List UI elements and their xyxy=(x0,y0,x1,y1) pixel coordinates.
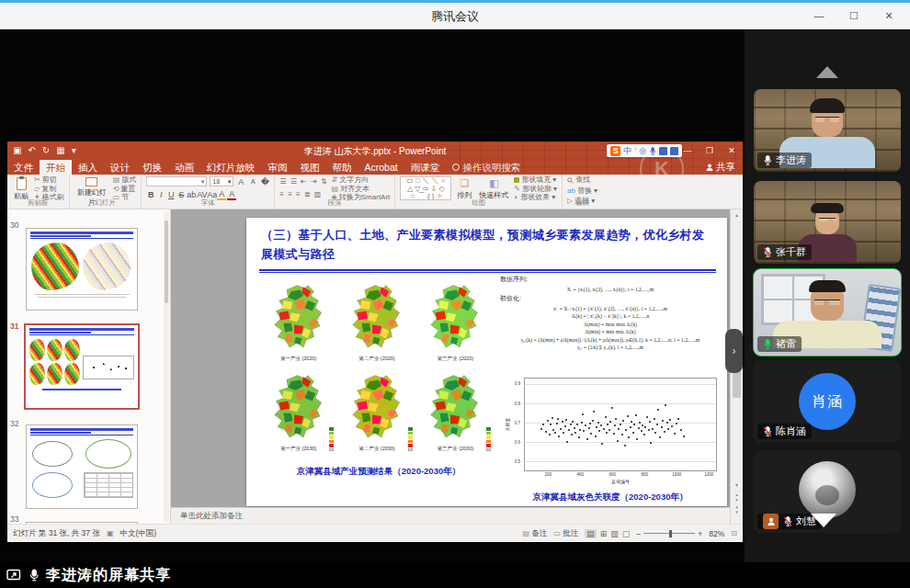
tab-help[interactable]: 帮助 xyxy=(326,160,358,175)
ppt-close-icon[interactable]: ✕ xyxy=(721,141,743,159)
align-text-button[interactable]: ▤对齐文本 xyxy=(332,186,391,194)
group-drawing: ▭ □ ＼ ＼ ○△ ▽ ⇨ ⇩ ◇☆ ⌒ { } ✧ ❏排列 ◧快速样式 形状… xyxy=(395,175,563,209)
ppt-share-button[interactable]: 共享 xyxy=(706,160,735,175)
undo-icon[interactable]: ↶ xyxy=(28,144,35,157)
ime-punct-icon[interactable]: ’ xyxy=(634,146,636,155)
layout-button[interactable]: ▤版式 xyxy=(113,176,137,185)
slideshow-icon[interactable]: ▦ xyxy=(56,144,64,157)
scroll-up-icon[interactable]: ▴ xyxy=(731,209,743,218)
previous-slide-button[interactable]: ▴▴ xyxy=(731,492,743,502)
find-button[interactable]: 查找 xyxy=(567,176,597,185)
shapes-gallery[interactable]: ▭ □ ＼ ＼ ○△ ▽ ⇨ ⇩ ◇☆ ⌒ { } ✧ xyxy=(400,176,451,200)
current-slide-canvas[interactable]: （三）基于人口、土地、产业要素模拟模型，预测城乡要素发展趋势，优化乡村发展模式与… xyxy=(246,218,727,506)
avatar xyxy=(799,461,856,518)
font-name-select[interactable]: ▾ xyxy=(146,176,207,187)
quick-access-toolbar[interactable]: ▣ ↶ ↻ ▦ ▾ xyxy=(13,144,76,157)
zoom-level[interactable]: 82% xyxy=(709,529,724,538)
qat-chevron-icon[interactable]: ▾ xyxy=(72,144,76,157)
close-icon[interactable]: ✕ xyxy=(873,6,904,26)
tab-review[interactable]: 审阅 xyxy=(262,160,294,175)
panel-collapse-handle[interactable]: › xyxy=(725,329,743,373)
zoom-slider[interactable] xyxy=(643,533,695,534)
next-slide-button[interactable]: ▾▾ xyxy=(731,505,743,514)
comments-toggle[interactable]: ▭ 批注 xyxy=(553,528,578,539)
scatter-point xyxy=(589,423,591,424)
grow-font-icon[interactable]: A xyxy=(236,177,245,187)
align-text-icon: ▤ xyxy=(332,186,339,194)
thumbnail-slide-30[interactable] xyxy=(26,228,138,311)
language-indicator[interactable]: 中文(中国) xyxy=(120,528,157,539)
tab-transitions[interactable]: 切换 xyxy=(136,160,168,175)
scatter-point xyxy=(615,418,617,420)
shape-outline-button[interactable]: ✎形状轮廓 ▾ xyxy=(514,186,557,194)
notes-pane[interactable]: 单击此处添加备注 xyxy=(171,507,730,524)
fit-to-window-icon[interactable]: ⊡ xyxy=(731,529,737,537)
ime-keyboard-icon[interactable] xyxy=(659,147,667,155)
scatter-gridline xyxy=(525,461,716,462)
slide-sorter-view-icon[interactable]: ⊞ xyxy=(600,529,608,538)
video-tile-chenxiaohan[interactable]: 肖涵 陈肖涵 xyxy=(754,360,901,443)
scatter-point xyxy=(605,416,607,418)
ime-mic-icon[interactable] xyxy=(649,146,656,156)
scroll-down-icon[interactable]: ▾ xyxy=(731,481,743,488)
ime-toolbar[interactable]: S 中 ’ ◎ xyxy=(607,144,682,157)
minimize-icon[interactable]: — xyxy=(803,6,835,26)
arrange-button[interactable]: ❏排列 xyxy=(455,176,473,201)
zoom-in-icon[interactable]: + xyxy=(698,529,702,538)
scroll-up-arrow-icon[interactable] xyxy=(816,66,838,78)
scroll-down-arrow-icon[interactable] xyxy=(811,514,836,527)
redo-icon[interactable]: ↻ xyxy=(42,144,50,157)
video-tile-chulei[interactable]: 褚雷 xyxy=(754,269,901,356)
cut-button[interactable]: ✂剪切 xyxy=(34,176,64,185)
shrink-font-icon[interactable]: A xyxy=(248,178,257,185)
replace-button[interactable]: ab替换 ▾ xyxy=(567,187,597,196)
tab-insert[interactable]: 插入 xyxy=(72,160,104,175)
tab-file[interactable]: 文件 xyxy=(7,160,40,175)
tab-design[interactable]: 设计 xyxy=(104,160,136,175)
thumbnails-scrollbar[interactable] xyxy=(164,211,169,522)
formula-line: Xᵢ = {xᵢ(1), xᵢ(2), …, xᵢ(n)}, i = 1,2,…… xyxy=(500,287,721,292)
notes-toggle[interactable]: ▤ 备注 xyxy=(522,528,547,539)
scatter-point xyxy=(659,436,661,438)
sogou-icon[interactable]: S xyxy=(610,146,620,156)
slideshow-view-icon[interactable]: ▢ xyxy=(622,529,631,538)
slide-counter: 幻灯片 第 31 张, 共 37 张 xyxy=(13,528,100,539)
ppt-restore-icon[interactable]: ❐ xyxy=(699,141,721,159)
tab-view[interactable]: 视图 xyxy=(294,160,326,175)
thumbnail-number: 30 xyxy=(10,220,18,230)
replace-icon: ab xyxy=(567,187,575,196)
clear-format-icon[interactable]: � xyxy=(260,177,269,187)
scatter-point xyxy=(683,435,685,437)
ppt-minimize-icon[interactable]: — xyxy=(677,141,699,159)
normal-view-icon[interactable]: ▤ xyxy=(585,529,597,538)
tab-slideshow[interactable]: 幻灯片放映 xyxy=(200,160,262,175)
scatter-point xyxy=(560,428,562,430)
reset-button[interactable]: ⟲重置 xyxy=(113,186,137,194)
zoom-out-icon[interactable]: − xyxy=(636,529,641,538)
copy-button[interactable]: ▱复制 xyxy=(34,186,64,194)
status-bar: 幻灯片 第 31 张, 共 37 张 ▣ 中文(中国) ▤ 备注 ▭ 批注 ▤ … xyxy=(7,524,743,542)
reading-view-icon[interactable]: ▥ xyxy=(610,529,619,538)
save-icon[interactable]: ▣ xyxy=(13,144,21,157)
tab-animations[interactable]: 动画 xyxy=(168,160,200,175)
scatter-point xyxy=(611,407,613,409)
maximize-icon[interactable]: ☐ xyxy=(838,6,870,26)
scatter-point xyxy=(590,433,592,435)
thumbnail-slide-31[interactable] xyxy=(24,323,140,410)
tab-acrobat[interactable]: Acrobat xyxy=(358,160,404,175)
video-tile-lijintao[interactable]: 李进涛 xyxy=(754,89,901,172)
scatter-point xyxy=(657,409,659,411)
font-size-select[interactable]: 18▾ xyxy=(210,176,233,187)
tab-home[interactable]: 开始 xyxy=(40,160,72,175)
list-buttons[interactable]: ☰ ☰ ⇤ ⇥ ⇅ xyxy=(279,176,327,187)
video-tile-zhangqianqun[interactable]: 张千群 xyxy=(754,181,901,264)
quick-styles-button[interactable]: ◧快速样式 xyxy=(477,176,510,201)
copy-icon: ▱ xyxy=(34,186,40,194)
shape-fill-button[interactable]: 形状填充 ▾ xyxy=(514,176,557,185)
thumbnail-slide-32[interactable] xyxy=(26,424,138,509)
ime-zhongwen-icon[interactable]: 中 xyxy=(623,145,631,157)
tab-rain-classroom[interactable]: 雨课堂 xyxy=(404,160,447,175)
text-direction-button[interactable]: ⇵文字方向 xyxy=(332,176,391,185)
tell-me-search[interactable]: 操作说明搜索 xyxy=(446,160,527,175)
ime-emoji-icon[interactable]: ◎ xyxy=(639,146,646,155)
